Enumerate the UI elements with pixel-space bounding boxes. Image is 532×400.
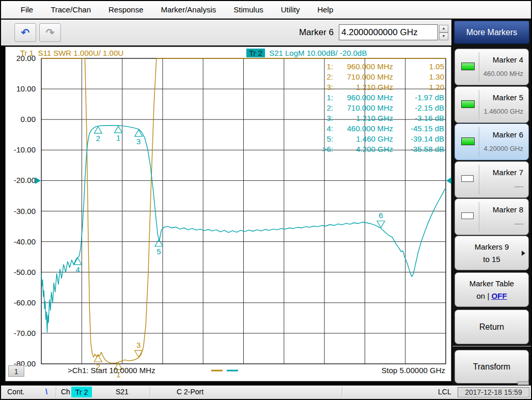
softkey-marker-4[interactable]: Marker 4460.000 MHz bbox=[455, 49, 529, 85]
transform-label: Transform bbox=[473, 360, 510, 374]
marker-table-button[interactable]: Marker Table on | OFF bbox=[455, 272, 529, 307]
softkey-value: 4.20000 GHz bbox=[483, 145, 523, 152]
marker-on-led-icon bbox=[461, 100, 475, 108]
marker-frequency-input[interactable] bbox=[339, 24, 438, 40]
menu-item-file[interactable]: File bbox=[20, 4, 34, 15]
marker-table-off[interactable]: OFF bbox=[491, 291, 507, 300]
menu-bar: FileTrace/ChanResponseMarker/AnalysisSti… bbox=[1, 1, 531, 19]
return-button[interactable]: Return bbox=[455, 310, 529, 344]
status-divider bbox=[342, 387, 342, 398]
marker-table-line1: Marker Table bbox=[470, 278, 514, 290]
lcl-status: LCL bbox=[438, 388, 451, 396]
svg-text:1:: 1: bbox=[326, 62, 333, 71]
softkey-label: Marker 5 bbox=[493, 93, 523, 102]
menu-item-response[interactable]: Response bbox=[107, 4, 145, 15]
softkey-divider bbox=[479, 90, 479, 119]
sidebar-divider bbox=[452, 346, 531, 347]
marker-table-on: on bbox=[477, 291, 486, 300]
svg-text:-39.14 dB: -39.14 dB bbox=[411, 134, 444, 143]
transform-button[interactable]: Transform bbox=[455, 350, 529, 383]
svg-text:-30.00: -30.00 bbox=[13, 207, 36, 216]
redo-button[interactable]: ↷ bbox=[39, 23, 61, 42]
marker-off-led-icon bbox=[461, 175, 474, 182]
softkey-divider bbox=[479, 165, 479, 194]
softkey-marker-6[interactable]: Marker 64.20000 GHz bbox=[455, 124, 529, 160]
spinner-up-icon[interactable]: ▲ bbox=[439, 25, 448, 33]
svg-text:>Ch1: Start 10.0000 MHz: >Ch1: Start 10.0000 MHz bbox=[68, 366, 155, 375]
app-window: FileTrace/ChanResponseMarker/AnalysisSti… bbox=[0, 0, 532, 400]
stimulus-labels: >Ch1: Start 10.0000 MHzStop 5.00000 GHz bbox=[68, 366, 445, 375]
menu-item-stimulus[interactable]: Stimulus bbox=[232, 4, 264, 15]
svg-text:3:: 3: bbox=[326, 83, 333, 91]
softkey-label: Marker 6 bbox=[493, 130, 523, 139]
marker-2-triangle bbox=[94, 355, 102, 362]
marker-on-led-icon bbox=[461, 63, 475, 70]
status-divider bbox=[150, 387, 150, 398]
svg-text:-40.00: -40.00 bbox=[13, 237, 36, 246]
svg-text:1.05: 1.05 bbox=[429, 62, 444, 71]
softkey-marker-8[interactable]: Marker 8---- bbox=[455, 198, 529, 235]
svg-text:710.000 MHz: 710.000 MHz bbox=[347, 103, 393, 112]
redo-arrow-icon: ↷ bbox=[46, 26, 55, 39]
svg-text:-45.15 dB: -45.15 dB bbox=[411, 124, 444, 133]
svg-text:1.30: 1.30 bbox=[429, 72, 444, 81]
spinner-down-icon[interactable]: ▼ bbox=[439, 33, 448, 40]
more-markers-header[interactable]: More Markers bbox=[454, 21, 529, 44]
softkey-value: 1.46000 GHz bbox=[483, 107, 523, 115]
undo-button[interactable]: ↶ bbox=[14, 23, 36, 42]
cal-status: C 2-Port bbox=[177, 388, 204, 396]
sweep-indicator-icon: \ bbox=[45, 388, 48, 396]
y-axis-ticks: 20.0010.000.00-10.00-20.00-30.00-40.00-5… bbox=[13, 54, 36, 368]
frequency-spinner: ▲ ▼ bbox=[439, 25, 448, 40]
svg-text:3: 3 bbox=[136, 341, 140, 349]
svg-text:-3.16 dB: -3.16 dB bbox=[415, 114, 444, 122]
datetime-display: 2017-12-18 15:59 bbox=[458, 387, 529, 397]
menu-item-utility[interactable]: Utility bbox=[280, 4, 301, 15]
menu-item-trace-chan[interactable]: Trace/Chan bbox=[50, 4, 92, 15]
softkey-label: Marker 4 bbox=[493, 55, 523, 64]
svg-text:-35.58 dB: -35.58 dB bbox=[411, 145, 444, 153]
trace2-badge[interactable]: Tr 2 bbox=[246, 49, 265, 57]
softkey-sidebar: More Markers Marker 4460.000 MHzMarker 5… bbox=[452, 20, 531, 386]
markers-9-line2: to 15 bbox=[483, 253, 500, 266]
svg-text:1.20: 1.20 bbox=[429, 83, 444, 91]
svg-text:2: 2 bbox=[96, 134, 100, 143]
graph-panel: Tr 1 S11 SWR 1.000U/ 1.00U Tr 2 S21 LogM… bbox=[5, 47, 451, 381]
svg-text:-20.00: -20.00 bbox=[13, 176, 36, 184]
softkey-marker-5[interactable]: Marker 51.46000 GHz bbox=[455, 86, 529, 123]
svg-text:-10.00: -10.00 bbox=[13, 145, 36, 154]
markers-9-to-15-button[interactable]: Markers 9 to 15 bbox=[455, 236, 529, 270]
ref-level-triangle-left[interactable] bbox=[35, 177, 41, 184]
marker-2-triangle bbox=[94, 127, 102, 133]
softkey-marker-7[interactable]: Marker 7---- bbox=[455, 161, 529, 198]
svg-text:4: 4 bbox=[75, 265, 80, 274]
softkey-value: ---- bbox=[514, 182, 523, 190]
svg-text:0.00: 0.00 bbox=[21, 115, 36, 124]
menu-item-help[interactable]: Help bbox=[316, 4, 334, 15]
marker-table-line2: on | OFF bbox=[477, 290, 507, 302]
svg-text:10.00: 10.00 bbox=[16, 84, 36, 93]
marker-1-triangle bbox=[115, 126, 122, 133]
menu-item-marker-analysis[interactable]: Marker/Analysis bbox=[160, 4, 217, 15]
svg-text:1.210 GHz: 1.210 GHz bbox=[356, 114, 393, 122]
tr2-markers[interactable]: 123456 bbox=[74, 126, 385, 274]
marker-stimulus-entry: Marker 6 ▲ ▼ bbox=[299, 24, 448, 40]
return-label: Return bbox=[479, 320, 504, 334]
svg-text:-70.00: -70.00 bbox=[13, 329, 36, 337]
marker-entry-label: Marker 6 bbox=[299, 27, 334, 38]
marker-off-led-icon bbox=[461, 212, 474, 219]
svg-text:960.000 MHz: 960.000 MHz bbox=[347, 62, 393, 71]
undo-arrow-icon: ↶ bbox=[21, 26, 30, 39]
ref-level-triangle-right[interactable] bbox=[446, 177, 451, 184]
marker-on-led-icon bbox=[461, 137, 475, 145]
channel-number-box: 1 bbox=[8, 365, 24, 377]
resize-grip[interactable] bbox=[518, 381, 529, 385]
measurement-status: S21 bbox=[116, 388, 129, 396]
softkey-divider bbox=[479, 127, 479, 157]
toolbar: ↶ ↷ Marker 6 ▲ ▼ bbox=[1, 20, 451, 45]
svg-text:Stop 5.00000 GHz: Stop 5.00000 GHz bbox=[382, 366, 445, 375]
svg-text:-1.97 dB: -1.97 dB bbox=[415, 93, 444, 102]
softkey-value: 460.000 MHz bbox=[483, 70, 523, 78]
softkey-divider bbox=[479, 52, 479, 82]
softkey-label: Marker 7 bbox=[493, 168, 523, 177]
